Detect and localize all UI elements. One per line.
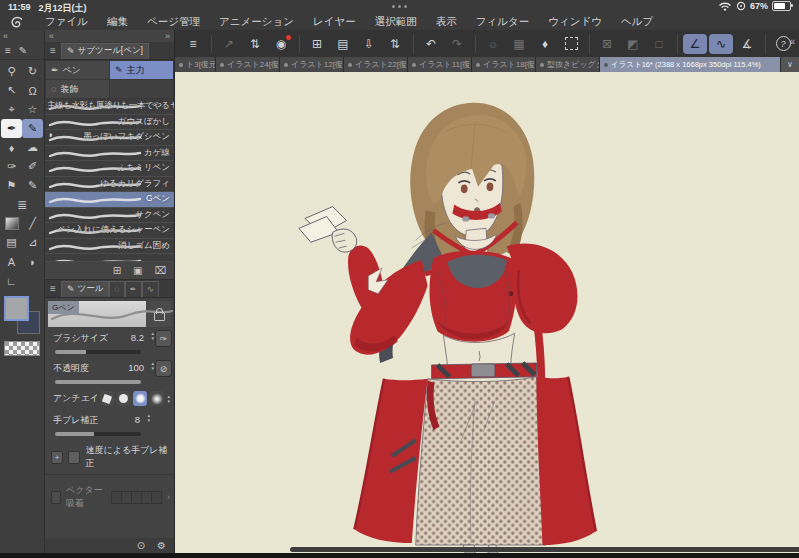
delete-subtool-icon[interactable]: ⌧ <box>154 265 166 276</box>
eyedropper-tool[interactable]: ✑ <box>1 157 22 176</box>
toolbar-separator[interactable] <box>409 34 417 54</box>
menu-item[interactable]: アニメーション <box>219 15 294 29</box>
opacity-value[interactable]: 100 <box>128 362 144 373</box>
tab-list-chevron-icon[interactable]: ∨ <box>781 57 799 72</box>
object-tool[interactable]: ↖ <box>1 81 22 100</box>
brush-size-pressure-button[interactable]: ✑ <box>155 330 172 347</box>
panel-tab-curve-icon[interactable]: ∿ <box>142 281 159 297</box>
subtool-settings-icon[interactable]: ⚙ <box>157 540 166 551</box>
lasso-tool[interactable]: Ω <box>22 81 43 100</box>
menu-item[interactable]: 選択範囲 <box>375 15 417 29</box>
pen-tool[interactable]: ✒ <box>1 119 22 138</box>
add-subtool-icon[interactable]: ⊞ <box>113 265 121 276</box>
text-tool[interactable]: A <box>1 252 22 271</box>
subtool-panel-tab[interactable]: ✎ サブツール[ペン] <box>61 43 149 59</box>
doc-tab[interactable]: 型抜きビッグク <box>536 57 600 72</box>
panel-tab-lasso-icon[interactable]: ◌ <box>109 281 124 297</box>
menu-item[interactable]: ウィンドウ <box>548 15 602 29</box>
marker-tool[interactable]: ✎ <box>22 176 43 195</box>
gradient-tool[interactable] <box>1 214 22 233</box>
menu-item[interactable]: フィルター <box>476 15 529 29</box>
subtool-menu-icon[interactable]: ≡ <box>45 45 61 56</box>
transparent-color-swatch[interactable] <box>4 341 40 356</box>
saturated-line-tool[interactable]: ≣ <box>1 195 43 214</box>
stabilization-slider[interactable] <box>55 432 141 436</box>
illustration-canvas[interactable] <box>175 72 799 553</box>
menu-item[interactable]: 編集 <box>107 15 128 29</box>
antialias-strong-button[interactable] <box>150 391 164 406</box>
blend-tool[interactable]: ☁ <box>22 138 43 157</box>
toolbar-separator[interactable] <box>295 34 303 54</box>
brush-item[interactable]: カゲ線 <box>45 146 174 162</box>
brush-item[interactable]: ゆるカリグラフィ <box>45 177 174 193</box>
panel-collapse-left-icon[interactable]: « <box>49 30 54 42</box>
save-icon[interactable]: ⇩ <box>357 34 381 54</box>
doc-tab[interactable]: ト3[復元] <box>175 57 216 72</box>
open-file-icon[interactable]: ▤ <box>331 34 355 54</box>
command-bar-collapse-icon[interactable]: « <box>789 36 795 47</box>
transform-icon[interactable] <box>559 34 583 54</box>
toolbar-separator[interactable] <box>207 34 215 54</box>
opacity-stepper[interactable]: ▴▾ <box>151 361 154 371</box>
auto-select-tool[interactable]: ☆ <box>22 100 43 119</box>
speed-stabilization-checkbox[interactable] <box>68 451 80 464</box>
correct-line-tool[interactable]: ∟ <box>1 271 22 290</box>
clip-studio-icon[interactable]: ◉ <box>269 34 293 54</box>
subtool-group-empty[interactable] <box>110 80 173 98</box>
doc-tab[interactable]: イラスト18[復元] <box>472 57 536 72</box>
fill-tool[interactable]: ♦ <box>1 138 22 157</box>
menu-item[interactable]: ファイル <box>45 15 88 29</box>
line-tool[interactable]: ╱ <box>22 214 43 233</box>
toolbar-separator[interactable] <box>761 34 769 54</box>
balloon-tool[interactable]: ◗ <box>22 252 43 271</box>
register-defaults-icon[interactable]: ⊙ <box>137 540 145 551</box>
brush-item[interactable]: ふちミリペン <box>45 161 174 177</box>
fill-icon[interactable]: ♦ <box>533 34 557 54</box>
brush-item[interactable]: サクペン <box>45 208 174 224</box>
doc-tab-active[interactable]: イラスト16* (2388 x 1668px 350dpi 115.4%) <box>600 57 781 72</box>
workspace-switch-icon[interactable]: ⇅ <box>243 34 267 54</box>
tool-property-menu-icon[interactable]: ≡ <box>45 283 61 294</box>
tool-property-tab[interactable]: ✎ ツール <box>61 281 109 297</box>
antialias-middle-button[interactable] <box>133 391 147 406</box>
ruler-icon[interactable]: ∡ <box>735 34 759 54</box>
brush-size-slider[interactable] <box>55 350 141 354</box>
vector-snap-chevron-icon[interactable]: › <box>167 492 170 502</box>
processing-icon[interactable]: ☼ <box>481 34 505 54</box>
redo-icon[interactable]: ↷ <box>445 34 469 54</box>
subtool-group-deco[interactable]: ◌装飾 <box>46 80 109 98</box>
external-app-icon[interactable]: ↗ <box>217 34 241 54</box>
pencil-tool[interactable]: ✎ <box>22 119 43 138</box>
menu-item[interactable]: 表示 <box>436 15 457 29</box>
panel-collapse-right-icon[interactable]: » <box>165 30 170 42</box>
save-options-icon[interactable]: ⇅ <box>383 34 407 54</box>
new-canvas-icon[interactable]: ⊞ <box>305 34 329 54</box>
toolbar-separator[interactable] <box>471 34 479 54</box>
brush-item[interactable]: ◗ 墨っぽいフキダシペン <box>45 130 174 146</box>
rotate-view-tool[interactable]: ↻ <box>22 62 43 81</box>
multitask-indicator-icon[interactable] <box>392 5 407 8</box>
expand-icon[interactable]: + <box>51 451 63 464</box>
antialias-none-button[interactable] <box>100 391 114 406</box>
snap-perspective-icon[interactable]: ◩ <box>621 34 645 54</box>
lock-icon[interactable] <box>154 312 165 321</box>
frame-border-tool[interactable]: ▤ <box>1 233 22 252</box>
tool-palette-pen-icon[interactable]: ✎ <box>19 45 27 56</box>
clip-studio-logo-icon[interactable] <box>10 16 24 29</box>
canvas-horizontal-scrollbar[interactable] <box>290 547 799 552</box>
menu-item[interactable]: レイヤー <box>313 15 356 29</box>
subtool-group-pen[interactable]: ✒ペン <box>46 61 109 79</box>
brush-item[interactable]: ガウスぼかし <box>45 115 174 131</box>
doc-tab[interactable]: イラスト22[復元] <box>344 57 408 72</box>
brush-item[interactable]: 消しゴム固め <box>45 239 174 255</box>
toolbar-separator[interactable] <box>673 34 681 54</box>
palette-collapse-icon[interactable]: « <box>0 30 44 42</box>
undo-icon[interactable]: ↶ <box>419 34 443 54</box>
decoration-tool[interactable]: ⚑ <box>1 176 22 195</box>
brush-preview[interactable]: Gペン <box>48 301 171 327</box>
antialias-weak-button[interactable] <box>117 391 131 406</box>
doc-tab[interactable]: イラスト24[復元] <box>216 57 280 72</box>
doc-tab[interactable]: イラスト12[復元] <box>280 57 344 72</box>
main-color-swatch[interactable] <box>4 296 29 321</box>
snap-grid-icon[interactable]: □ <box>647 34 671 54</box>
